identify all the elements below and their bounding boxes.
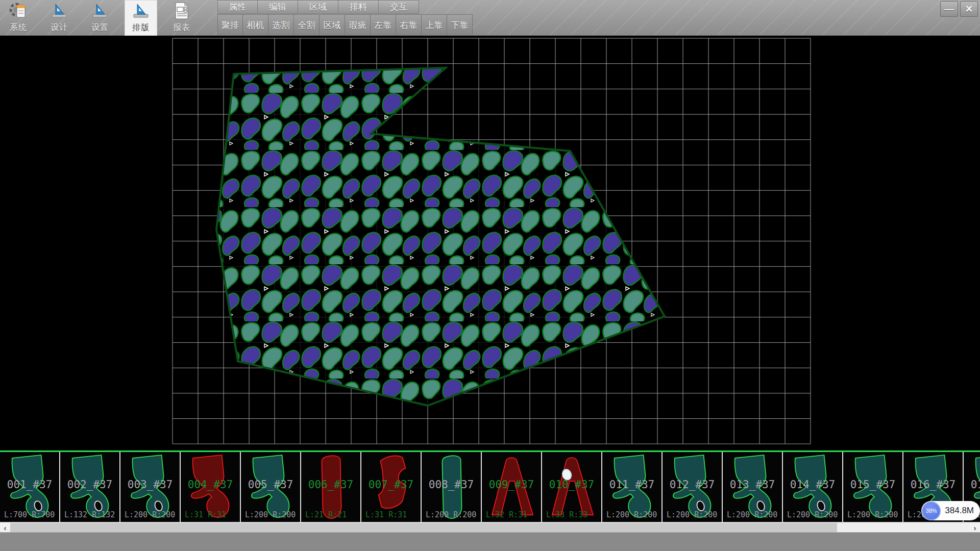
piece-thumbnail-9[interactable]: 009_#37 L:32 R:31 (482, 452, 542, 522)
piece-lr-count: L:700 R:700 (4, 510, 60, 519)
scroll-left-button[interactable]: ‹ (0, 522, 10, 533)
piece-thumbnail-11[interactable]: 011_#37 L:200 R:200 (602, 452, 663, 522)
nesting-setsquare-icon (131, 1, 151, 20)
piece-name: 008_#37 (422, 479, 481, 491)
minimize-button[interactable]: — (940, 1, 958, 17)
leather-hide (216, 68, 665, 406)
piece-name: 016_#37 (903, 479, 963, 491)
piece-name: 009_#37 (482, 479, 541, 491)
report-document-icon (172, 1, 191, 20)
tool-button-9[interactable]: 上靠 (422, 14, 447, 36)
piece-thumbnail-2[interactable]: 002_#37 L:132 R:132 (60, 452, 120, 522)
piece-lr-count: L:132 R:132 (64, 510, 120, 519)
piece-thumbnail-13[interactable]: 013_#37 L:200 R:200 (723, 452, 783, 522)
piece-name: 011_#37 (602, 479, 662, 491)
app-tab-bar: 系统 设计 设置 排版 报表 (2, 0, 198, 36)
piece-lr-count: L:200 R:200 (426, 510, 482, 519)
piece-lr-count: L:200 R:200 (245, 510, 301, 519)
piece-lr-count: L:32 R:31 (486, 510, 542, 519)
tool-button-1[interactable]: 聚排 (217, 14, 243, 36)
progress-percent-badge: 38% (922, 502, 941, 520)
piece-name: 001_#37 (0, 479, 59, 491)
status-bar (0, 532, 980, 551)
piece-name: 006_#37 (301, 479, 360, 491)
piece-thumbnail-15[interactable]: 015_#37 L:200 R:200 (843, 452, 903, 522)
tool-button-3[interactable]: 选割 (268, 14, 294, 36)
piece-thumbnail-1[interactable]: 001_#37 L:700 R:700 (0, 452, 60, 522)
tool-button-8[interactable]: 右靠 (396, 14, 422, 36)
piece-thumbnail-12[interactable]: 012_#37 L:200 R:200 (663, 452, 723, 522)
menu-item-2[interactable]: 编辑 (258, 0, 298, 14)
app-window: 系统 设计 设置 排版 报表 属性 编辑 区域 排料 交互 聚排 相机 选割 全… (0, 0, 980, 551)
app-tab-1[interactable]: 系统 (2, 0, 35, 36)
piece-name: 002_#37 (60, 479, 119, 491)
piece-thumbnail-5[interactable]: 005_#37 L:200 R:200 (241, 452, 301, 522)
app-tab-3[interactable]: 设置 (84, 0, 116, 36)
tool-button-5[interactable]: 区域 (320, 14, 345, 36)
piece-name: 017_#37 (964, 479, 980, 491)
app-tab-label: 系统 (10, 22, 27, 33)
settings-setsquare-icon (90, 1, 110, 20)
piece-name: 013_#37 (723, 479, 782, 491)
piece-name: 007_#37 (361, 479, 421, 491)
nesting-canvas-svg (0, 36, 980, 450)
piece-lr-count: L:21 R:21 (305, 510, 361, 519)
piece-lr-count: L:33 R:33 (546, 510, 602, 519)
piece-lr-count: L:31 R:31 (365, 510, 422, 519)
piece-lr-count: L:200 R:200 (667, 510, 723, 519)
piece-thumbnail-strip: 001_#37 L:700 R:700 002_#37 L:132 R:132 … (0, 452, 980, 522)
piece-name: 003_#37 (120, 479, 180, 491)
app-tab-4[interactable]: 排版 (125, 0, 157, 36)
piece-thumbnail-4[interactable]: 004_#37 L:31 R:31 (181, 452, 241, 522)
piece-thumbnail-7[interactable]: 007_#37 L:31 R:31 (361, 452, 422, 522)
tool-button-6[interactable]: 瑕疵 (345, 14, 371, 36)
piece-name: 005_#37 (241, 479, 300, 491)
piece-name: 010_#37 (542, 479, 601, 491)
menu-item-1[interactable]: 属性 (217, 0, 258, 14)
tool-button-10[interactable]: 下靠 (447, 14, 473, 36)
piece-lr-count: L:200 R:200 (606, 510, 663, 519)
horizontal-scrollbar[interactable]: ‹ › (0, 522, 980, 532)
system-gear-icon (9, 1, 28, 20)
close-button[interactable]: ✕ (960, 1, 978, 17)
piece-lr-count: L:200 R:200 (727, 510, 783, 519)
piece-lr-count: L:200 R:200 (787, 510, 843, 519)
piece-lr-count: L:200 R:200 (125, 510, 181, 519)
app-tab-5[interactable]: 报表 (165, 0, 198, 36)
piece-thumbnail-3[interactable]: 003_#37 L:200 R:200 (120, 452, 181, 522)
tool-bar: 聚排 相机 选割 全割 区域 瑕疵 左靠 右靠 上靠 下靠 (217, 14, 473, 36)
piece-name: 012_#37 (663, 479, 722, 491)
memory-usage-badge: 38% 384.8M (921, 501, 980, 520)
menu-bar: 属性 编辑 区域 排料 交互 (217, 0, 419, 14)
app-tab-label: 设计 (51, 22, 68, 33)
design-setsquare-icon (50, 1, 69, 20)
tool-button-4[interactable]: 全割 (294, 14, 320, 36)
piece-thumbnail-8[interactable]: 008_#37 L:200 R:200 (422, 452, 482, 522)
menu-item-4[interactable]: 排料 (338, 0, 379, 14)
memory-usage-value: 384.8M (945, 506, 974, 516)
scrollbar-thumb[interactable] (10, 523, 837, 532)
piece-thumbnail-14[interactable]: 014_#37 L:200 R:200 (783, 452, 843, 522)
piece-lr-count: L:200 R:200 (847, 510, 903, 519)
piece-thumbnail-10[interactable]: 010_#37 L:33 R:33 (542, 452, 602, 522)
piece-thumbnail-6[interactable]: 006_#37 L:21 R:21 (301, 452, 361, 522)
nesting-canvas[interactable] (0, 36, 980, 450)
top-toolbar: 系统 设计 设置 排版 报表 属性 编辑 区域 排料 交互 聚排 相机 选割 全… (0, 0, 980, 36)
menu-item-5[interactable]: 交互 (379, 0, 419, 14)
app-tab-label: 设置 (91, 22, 109, 33)
tool-button-7[interactable]: 左靠 (371, 14, 396, 36)
window-controls: — ✕ (940, 1, 978, 17)
app-tab-label: 报表 (173, 22, 190, 33)
scroll-right-button[interactable]: › (970, 522, 980, 533)
app-tab-2[interactable]: 设计 (43, 0, 76, 36)
app-tab-label: 排版 (132, 22, 150, 33)
piece-lr-count: L:31 R:31 (185, 510, 241, 519)
tool-button-2[interactable]: 相机 (243, 14, 268, 36)
piece-name: 015_#37 (843, 479, 902, 491)
menu-item-3[interactable]: 区域 (298, 0, 338, 14)
piece-name: 004_#37 (181, 479, 240, 491)
piece-name: 014_#37 (783, 479, 842, 491)
